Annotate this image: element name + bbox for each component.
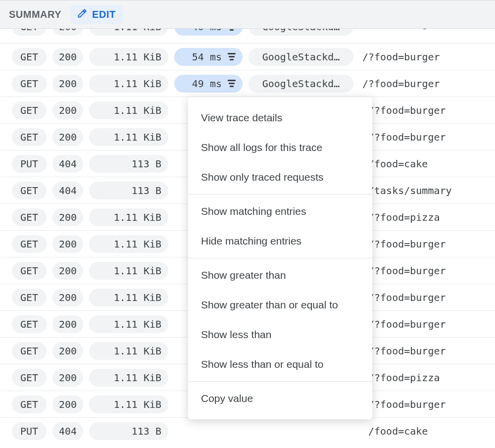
menu-divider bbox=[188, 381, 372, 382]
menu-item[interactable]: Show less than bbox=[188, 320, 372, 349]
menu-item[interactable]: View trace details bbox=[188, 103, 372, 133]
size-pill: 1.11 KiB bbox=[89, 342, 168, 360]
status-pill: 200 bbox=[52, 48, 83, 66]
source-pill: GoogleStackd… bbox=[248, 48, 353, 66]
status-pill: 200 bbox=[52, 208, 83, 226]
status-pill: 200 bbox=[52, 342, 83, 360]
size-pill: 1.11 KiB bbox=[89, 369, 168, 387]
method-pill: GET bbox=[12, 101, 47, 119]
status-pill: 404 bbox=[52, 155, 83, 173]
status-pill: 200 bbox=[52, 262, 83, 280]
method-pill: GET bbox=[12, 289, 47, 306]
path-cell: /tasks/summary bbox=[365, 185, 491, 197]
path-cell: /food=cake bbox=[365, 158, 491, 170]
size-pill: 1.11 KiB bbox=[89, 128, 168, 146]
log-row[interactable]: GET2001.11 KiB54 msGoogleStackd…/?food=b… bbox=[0, 44, 495, 70]
status-pill: 200 bbox=[52, 128, 83, 146]
method-pill: GET bbox=[12, 208, 47, 226]
size-pill: 1.11 KiB bbox=[89, 208, 168, 226]
size-pill: 1.11 KiB bbox=[89, 48, 168, 66]
latency-pill[interactable]: 40 ms bbox=[174, 29, 243, 36]
path-cell: /?food=burger bbox=[365, 292, 491, 303]
size-pill: 1.11 KiB bbox=[89, 396, 168, 413]
source-pill: GoogleStackd… bbox=[248, 75, 353, 93]
path-cell: /?food=burger bbox=[365, 265, 491, 277]
size-pill: 113 B bbox=[89, 422, 168, 440]
size-pill: 113 B bbox=[89, 182, 168, 199]
edit-button[interactable]: EDIT bbox=[70, 5, 123, 24]
menu-item[interactable]: Show only traced requests bbox=[188, 162, 372, 192]
status-pill: 200 bbox=[52, 396, 83, 413]
method-pill: GET bbox=[12, 235, 47, 253]
status-pill: 404 bbox=[52, 182, 83, 199]
method-pill: PUT bbox=[12, 422, 47, 440]
menu-item[interactable]: Show matching entries bbox=[188, 197, 372, 226]
filter-icon bbox=[228, 53, 236, 60]
status-pill: 404 bbox=[52, 422, 83, 440]
path-cell: /?food=burger bbox=[365, 345, 491, 357]
status-pill: 200 bbox=[52, 315, 83, 333]
menu-item[interactable]: Show greater than bbox=[188, 260, 372, 290]
status-pill: 200 bbox=[52, 75, 83, 93]
status-pill: 200 bbox=[52, 101, 83, 119]
status-pill: 200 bbox=[52, 29, 83, 36]
path-cell: /?food=burger bbox=[365, 238, 491, 250]
log-row[interactable]: GET2001.11 KiB49 msGoogleStackd…/?food=b… bbox=[0, 70, 495, 97]
status-pill: 200 bbox=[52, 289, 83, 306]
menu-item[interactable]: Show all logs for this trace bbox=[188, 133, 372, 162]
path-cell: /?food=burger bbox=[365, 131, 491, 143]
menu-item[interactable]: Show less than or equal to bbox=[188, 349, 372, 379]
path-cell: /?food=burger bbox=[365, 318, 491, 330]
latency-pill[interactable]: 49 ms bbox=[174, 75, 243, 93]
path-cell: /?food=burger bbox=[359, 51, 491, 63]
filter-icon bbox=[228, 80, 236, 87]
size-pill: 1.11 KiB bbox=[89, 235, 168, 253]
path-cell: /?food=burger bbox=[365, 398, 491, 410]
path-cell: /?food=burger bbox=[365, 104, 491, 116]
method-pill: GET bbox=[12, 128, 47, 146]
size-pill: 1.11 KiB bbox=[89, 101, 168, 119]
size-pill: 113 B bbox=[89, 155, 168, 173]
method-pill: GET bbox=[12, 29, 47, 36]
menu-item[interactable]: Copy value bbox=[188, 384, 372, 413]
method-pill: GET bbox=[12, 48, 47, 66]
method-pill: GET bbox=[12, 75, 47, 93]
method-pill: GET bbox=[12, 262, 47, 280]
status-pill: 200 bbox=[52, 369, 83, 387]
menu-item[interactable]: Hide matching entries bbox=[188, 226, 372, 256]
method-pill: GET bbox=[12, 182, 47, 199]
log-row[interactable]: GET2001.11 KiB40 msGoogleStackd…/?food=b… bbox=[0, 29, 495, 44]
size-pill: 1.11 KiB bbox=[89, 289, 168, 306]
filter-icon bbox=[228, 29, 236, 31]
latency-pill[interactable]: 54 ms bbox=[174, 48, 243, 66]
method-pill: GET bbox=[12, 396, 47, 413]
toolbar: SUMMARY EDIT bbox=[0, 0, 495, 29]
source-pill: GoogleStackd… bbox=[248, 29, 353, 36]
context-menu: View trace detailsShow all logs for this… bbox=[188, 97, 372, 419]
method-pill: GET bbox=[12, 342, 47, 360]
menu-divider bbox=[188, 194, 372, 195]
pencil-icon bbox=[77, 8, 87, 21]
size-pill: 1.11 KiB bbox=[89, 75, 168, 93]
summary-button[interactable]: SUMMARY bbox=[9, 9, 61, 20]
path-cell: /?food=burger bbox=[359, 29, 491, 30]
size-pill: 1.11 KiB bbox=[89, 29, 168, 36]
size-pill: 1.11 KiB bbox=[89, 262, 168, 280]
status-pill: 200 bbox=[52, 235, 83, 253]
log-row[interactable]: PUT404113 B/food=cake bbox=[0, 418, 495, 445]
size-pill: 1.11 KiB bbox=[89, 315, 168, 333]
method-pill: PUT bbox=[12, 155, 47, 173]
menu-item[interactable]: Show greater than or equal to bbox=[188, 290, 372, 320]
path-cell: /?food=pizza bbox=[365, 372, 491, 384]
edit-label: EDIT bbox=[92, 9, 116, 20]
menu-divider bbox=[188, 258, 372, 258]
method-pill: GET bbox=[12, 369, 47, 387]
path-cell: /?food=pizza bbox=[365, 211, 491, 223]
path-cell: /?food=burger bbox=[359, 78, 491, 90]
method-pill: GET bbox=[12, 315, 47, 333]
path-cell: /food=cake bbox=[365, 425, 491, 437]
